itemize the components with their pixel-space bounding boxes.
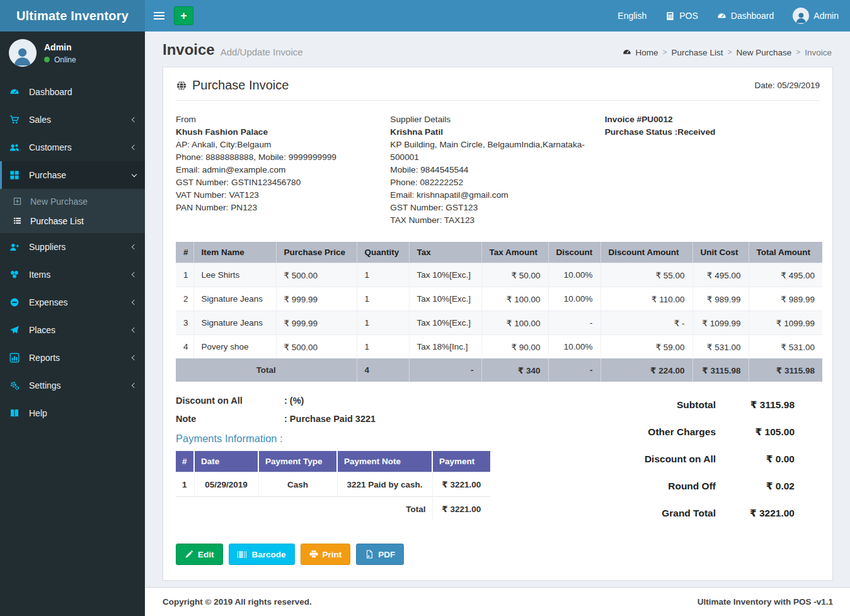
sidebar-item-label: Customers xyxy=(29,142,72,152)
hamburger-icon xyxy=(154,15,164,16)
breadcrumb-current: Invoice xyxy=(805,48,832,57)
cell-quantity: 1 xyxy=(357,335,409,359)
column-header: Discount Amount xyxy=(600,242,692,263)
breadcrumb-separator: > xyxy=(796,48,800,57)
total-discount: - xyxy=(548,358,600,382)
table-row: 4 Povery shoe ₹ 500.00 1 Tax 18%[Inc.] ₹… xyxy=(176,335,822,359)
table-row: 2 Signature Jeans ₹ 999.99 1 Tax 10%[Exc… xyxy=(176,287,822,311)
cell-purchase-price: ₹ 999.99 xyxy=(276,287,357,311)
sidebar-item-purchase[interactable]: Purchase xyxy=(0,161,145,189)
cell-unit-cost: ₹ 1099.99 xyxy=(692,311,749,335)
pos-link[interactable]: POS xyxy=(665,11,698,21)
chevron-left-icon xyxy=(132,117,137,122)
cell-tax: Tax 10%[Exc.] xyxy=(409,311,481,335)
dashboard-link[interactable]: Dashboard xyxy=(717,11,774,21)
cell-tax-amount: ₹ 50.00 xyxy=(481,263,548,287)
sidebar-item-label: Reports xyxy=(29,353,60,363)
sidebar-item-places[interactable]: Places xyxy=(0,316,145,344)
language-menu[interactable]: English xyxy=(617,11,646,21)
cell-item-name: Signature Jeans xyxy=(193,311,276,335)
note-label: Note xyxy=(176,414,284,424)
sidebar-item-label: Expenses xyxy=(29,297,67,307)
column-header: Date xyxy=(194,451,258,472)
invoice-card-title: Purchase Invoice xyxy=(176,78,289,93)
sidebar-item-reports[interactable]: Reports xyxy=(0,344,145,372)
invoice-card: Purchase Invoice Date: 05/29/2019 From K… xyxy=(163,67,833,581)
column-header: # xyxy=(176,242,193,263)
user-menu[interactable]: Admin xyxy=(793,8,839,24)
plus-icon: + xyxy=(180,10,187,21)
edit-label: Edit xyxy=(198,550,214,559)
globe-icon xyxy=(176,80,187,91)
chevron-left-icon xyxy=(132,244,137,249)
cell-discount-amount: ₹ 110.00 xyxy=(600,287,692,311)
sidebar-item-customers[interactable]: Customers xyxy=(0,134,145,161)
cell-discount-amount: ₹ 55.00 xyxy=(600,263,692,287)
user-label: Admin xyxy=(813,11,839,21)
sidebar-item-items[interactable]: Items xyxy=(0,261,145,288)
breadcrumb-new-purchase[interactable]: New Purchase xyxy=(736,48,791,57)
paper-plane-icon xyxy=(9,325,23,335)
minus-circle-icon xyxy=(9,297,23,307)
brand-logo[interactable]: Ultimate Inventory xyxy=(0,0,145,31)
chevron-left-icon xyxy=(132,383,137,388)
sidebar-item-sales[interactable]: Sales xyxy=(0,106,145,134)
print-icon xyxy=(309,550,318,559)
home-icon xyxy=(623,48,631,57)
table-row: 1 05/29/2019 Cash 3221 Paid by cash. ₹ 3… xyxy=(176,472,490,497)
sidebar-item-label: Purchase List xyxy=(30,216,84,226)
pdf-button[interactable]: PDF xyxy=(356,544,404,565)
sidebar-item-new-purchase[interactable]: New Purchase xyxy=(0,191,145,211)
supplier-line: Phone: 082222252 xyxy=(390,176,585,189)
book-icon xyxy=(9,408,23,418)
page-title: Invoice xyxy=(163,41,215,59)
pos-label: POS xyxy=(679,11,698,21)
sidebar-item-help[interactable]: Help xyxy=(0,399,145,427)
sidebar-toggle-button[interactable] xyxy=(145,0,173,31)
sidebar-item-dashboard[interactable]: Dashboard xyxy=(0,78,145,106)
payments-block: Discount on All : (%) Note : Purchase Pa… xyxy=(176,396,490,535)
cell-unit-cost: ₹ 989.99 xyxy=(692,287,749,311)
print-button[interactable]: Print xyxy=(301,544,351,565)
purchase-status: Purchase Status :Received xyxy=(605,126,800,139)
column-header: # xyxy=(176,451,194,472)
cell-unit-cost: ₹ 531.00 xyxy=(692,335,749,359)
breadcrumb: Home > Purchase List > New Purchase > In… xyxy=(623,43,832,57)
from-name: Khush Fashion Palace xyxy=(176,126,371,139)
sidebar-item-label: Help xyxy=(29,408,47,418)
sidebar-item-settings[interactable]: Settings xyxy=(0,372,145,399)
sidebar-item-suppliers[interactable]: Suppliers xyxy=(0,233,145,261)
supplier-line: Email: krishnapatil@gmail.com xyxy=(390,189,585,202)
user-plus-icon xyxy=(9,242,23,252)
cell-discount: 10.00% xyxy=(548,335,600,359)
edit-button[interactable]: Edit xyxy=(176,544,223,565)
payments-total-label: Total xyxy=(176,497,432,522)
total-tax: - xyxy=(409,358,481,382)
chevron-left-icon xyxy=(132,272,137,277)
sidebar-item-expenses[interactable]: Expenses xyxy=(0,288,145,316)
subtotal-value: ₹ 3115.98 xyxy=(716,399,795,411)
sidebar-menu: Dashboard Sales Customers Purchase New P… xyxy=(0,78,145,427)
barcode-button[interactable]: Barcode xyxy=(229,544,295,565)
total-tax-amount: ₹ 340 xyxy=(481,358,548,382)
cell-tax: Tax 10%[Exc.] xyxy=(409,263,481,287)
sidebar-item-purchase-list[interactable]: Purchase List xyxy=(0,211,145,231)
users-icon xyxy=(9,142,23,152)
sidebar-item-label: Purchase xyxy=(29,170,66,180)
cell-tax-amount: ₹ 100.00 xyxy=(481,311,548,335)
speedometer-icon xyxy=(717,11,727,21)
sidebar-item-label: Places xyxy=(29,325,55,335)
dashboard-label: Dashboard xyxy=(731,11,774,21)
breadcrumb-purchase-list[interactable]: Purchase List xyxy=(672,48,723,57)
plus-square-icon xyxy=(13,197,25,205)
cell-discount: - xyxy=(548,311,600,335)
payments-total-value: ₹ 3221.00 xyxy=(432,497,490,522)
breadcrumb-home[interactable]: Home xyxy=(636,48,658,57)
payments-table: # Date Payment Type Payment Note Payment… xyxy=(176,451,490,521)
sidebar: Ultimate Inventory Admin Online Dashboar… xyxy=(0,0,145,616)
barcode-icon xyxy=(238,551,248,558)
column-header: Tax Amount xyxy=(481,242,548,263)
summary-block: Subtotal ₹ 3115.98 Other Charges ₹ 105.0… xyxy=(585,396,820,535)
add-button[interactable]: + xyxy=(174,6,193,25)
from-line: GST Number: GSTIN123456780 xyxy=(176,176,371,189)
